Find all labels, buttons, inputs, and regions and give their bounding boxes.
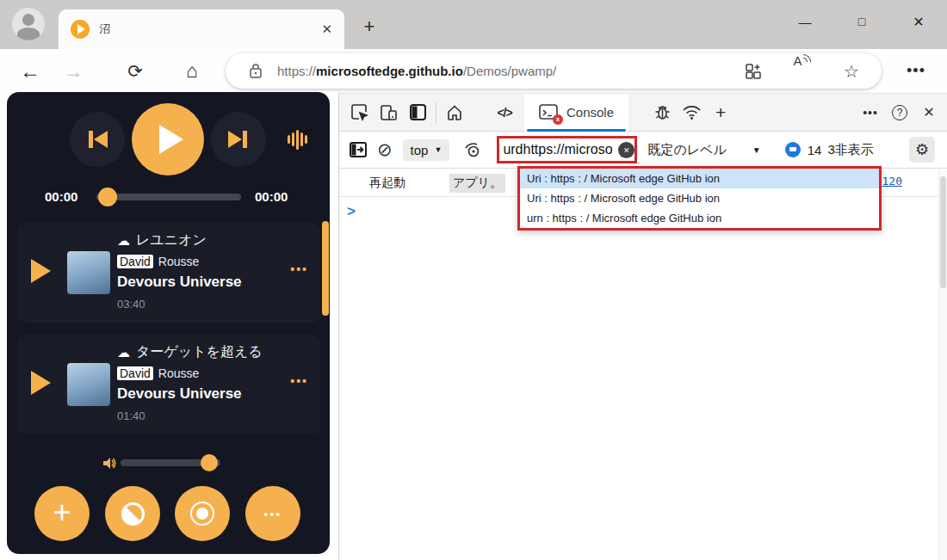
avatar-icon: [22, 14, 34, 26]
tab-close-icon[interactable]: ✕: [321, 22, 332, 37]
add-songs-button[interactable]: +: [34, 486, 90, 541]
track-menu-icon[interactable]: •••: [290, 262, 308, 276]
scrollbar-thumb[interactable]: [940, 176, 946, 288]
previous-track-button[interactable]: [70, 112, 125, 167]
volume-slider[interactable]: [121, 459, 220, 466]
clear-console-icon[interactable]: ⊘: [377, 139, 393, 160]
playlist-item[interactable]: ☁ レユニオン DavidRousse Devours Universe 03:…: [17, 223, 320, 323]
next-track-button[interactable]: [211, 112, 266, 167]
playlist-item[interactable]: ☁ ターゲットを超える DavidRousse Devours Universe…: [17, 335, 320, 434]
window-close-button[interactable]: ✕: [899, 5, 938, 38]
track-menu-icon[interactable]: •••: [290, 374, 308, 388]
devtools-home-icon[interactable]: [440, 94, 469, 132]
tab-strip: 沼 ✕ + — □ ✕: [0, 0, 947, 49]
console-sidebar-icon[interactable]: [350, 142, 367, 157]
hidden-messages-label[interactable]: 3非表示: [827, 142, 873, 158]
app-install-icon[interactable]: [740, 53, 766, 89]
track-duration: 03:40: [117, 298, 145, 311]
read-aloud-icon[interactable]: A: [789, 53, 815, 89]
address-bar[interactable]: https://microsoftedge.github.io/Demos/pw…: [226, 53, 882, 89]
theme-toggle-button[interactable]: [105, 486, 160, 541]
tab-console[interactable]: x Console: [524, 94, 628, 132]
filter-suggestion-dropdown: Uri : https : / Microsoft edge GitHub io…: [517, 166, 882, 231]
chevron-down-icon: ▼: [434, 145, 442, 154]
context-label: top: [411, 143, 429, 157]
volume-row: [7, 452, 330, 474]
next-icon: [226, 129, 251, 150]
track-title: レユニオン: [136, 231, 207, 249]
cloud-icon: ☁: [117, 233, 130, 249]
track-play-icon[interactable]: [31, 259, 51, 283]
message-text: 再起動: [369, 175, 405, 191]
suggestion-item[interactable]: Uri : https : / Microsoft edge GitHub io…: [520, 169, 879, 188]
current-time: 00:00: [45, 189, 77, 204]
console-prompt-icon[interactable]: >: [347, 203, 356, 220]
cloud-icon: ☁: [117, 345, 130, 360]
playlist-scrollbar[interactable]: [322, 221, 329, 316]
browser-tab[interactable]: 沼 ✕: [59, 9, 344, 49]
browser-settings-menu-icon[interactable]: •••: [899, 49, 933, 93]
divider: [436, 102, 436, 123]
url-text[interactable]: https://microsoftedge.github.io/Demos/pw…: [277, 53, 556, 89]
window-minimize-button[interactable]: —: [785, 5, 825, 38]
devtools-tab-bar: </> x Console + ••• ? ✕: [339, 94, 947, 132]
more-tools-add-icon[interactable]: +: [706, 94, 735, 132]
devtools-menu-icon[interactable]: •••: [856, 94, 885, 132]
back-button[interactable]: ←: [15, 49, 45, 93]
chevron-down-icon[interactable]: ▼: [752, 145, 761, 155]
device-emulation-icon[interactable]: [374, 94, 403, 132]
browser-window: 沼 ✕ + — □ ✕ ← → ⟳ ⌂ https://microsoftedg…: [0, 0, 947, 560]
console-scrollbar[interactable]: [938, 169, 947, 560]
browser-toolbar: ← → ⟳ ⌂ https://microsoftedge.github.io/…: [0, 49, 947, 93]
total-time: 00:00: [255, 189, 288, 204]
suggestion-item[interactable]: Uri : https : / Microsoft edge GitHub io…: [520, 188, 879, 208]
record-button[interactable]: [175, 486, 230, 541]
album-art: [67, 251, 110, 294]
play-button[interactable]: [132, 103, 204, 175]
debug-bug-icon[interactable]: [647, 94, 677, 132]
seek-thumb[interactable]: [98, 188, 117, 206]
profile-avatar[interactable]: [12, 8, 45, 40]
live-expression-eye-icon[interactable]: [463, 141, 483, 158]
favorites-star-icon[interactable]: ☆: [839, 53, 864, 89]
volume-thumb[interactable]: [201, 454, 218, 471]
messages-bubble-icon: [785, 142, 801, 157]
refresh-button[interactable]: ⟳: [121, 49, 150, 93]
settings-gear-icon[interactable]: ⚙: [909, 137, 935, 163]
record-icon: [190, 502, 214, 526]
pwamp-favicon-icon: [71, 20, 90, 39]
artist-family-name: Rousse: [158, 366, 199, 380]
forward-button[interactable]: →: [59, 49, 88, 93]
source-line-link[interactable]: 120: [882, 175, 902, 188]
console-icon: x: [539, 104, 560, 121]
suggestion-item[interactable]: urn : https : / Microsoft edge GitHub io…: [520, 208, 879, 228]
filter-box: ✕: [497, 136, 637, 163]
previous-icon: [85, 129, 109, 150]
console-tab-label: Console: [566, 105, 614, 120]
context-selector[interactable]: top ▼: [403, 139, 450, 161]
elements-tab-icon[interactable]: </>: [490, 94, 519, 132]
visualizer-icon[interactable]: [288, 128, 307, 151]
album-art: [67, 363, 110, 406]
inspect-element-icon[interactable]: [344, 94, 374, 132]
contrast-icon: [121, 502, 145, 526]
lock-icon: [250, 64, 262, 78]
track-album: Devours Universe: [117, 274, 242, 291]
seek-slider[interactable]: [96, 194, 241, 200]
home-button[interactable]: ⌂: [177, 49, 207, 93]
dock-side-icon[interactable]: [403, 94, 432, 132]
player-more-button[interactable]: •••: [245, 486, 300, 541]
artist-family-name: Rousse: [158, 255, 199, 268]
network-conditions-icon[interactable]: [677, 94, 706, 132]
devtools-close-icon[interactable]: ✕: [914, 94, 944, 132]
track-play-icon[interactable]: [31, 371, 51, 395]
message-count: 14: [808, 143, 822, 157]
help-icon[interactable]: ?: [885, 94, 914, 132]
window-maximize-button[interactable]: □: [842, 5, 882, 38]
log-level-selector[interactable]: 既定のレベル: [647, 142, 726, 158]
console-filter-input[interactable]: [497, 136, 637, 163]
pwamp-player: 00:00 00:00 ☁ レユニオン DavidRousse Devours …: [7, 92, 330, 554]
new-tab-button[interactable]: +: [356, 14, 382, 40]
speaker-icon: [102, 456, 116, 471]
track-duration: 01:40: [117, 409, 145, 422]
